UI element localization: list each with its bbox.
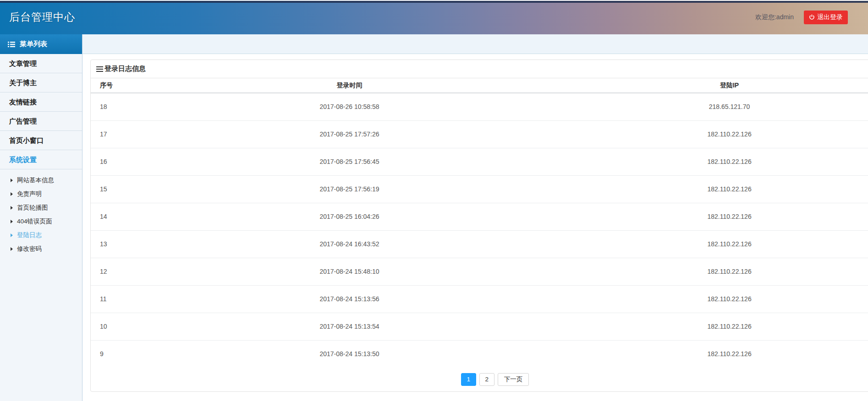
cell-ip: 182.110.22.126	[560, 148, 868, 175]
next-page-button[interactable]: 下一页	[498, 373, 529, 386]
table-row: 14 2017-08-25 16:04:26 182.110.22.126	[91, 203, 868, 230]
sidebar-submenu: 网站基本信息 免责声明 首页轮播图 404错误页面	[0, 169, 82, 256]
sidebar-item[interactable]: 关于博主	[0, 73, 82, 92]
sidebar-subitem-label: 网站基本信息	[17, 176, 54, 184]
sidebar-item[interactable]: 友情链接	[0, 92, 82, 112]
sidebar-item[interactable]: 首页小窗口	[0, 131, 82, 150]
logout-button[interactable]: 退出登录	[804, 11, 848, 24]
cell-ip: 182.110.22.126	[560, 285, 868, 313]
sidebar: 菜单列表 文章管理 关于博主 友情链接 广告管理	[0, 34, 82, 401]
table-row: 12 2017-08-24 15:48:10 182.110.22.126	[91, 258, 868, 285]
login-log-table: 序号 登录时间 登陆IP 18 2017-08-26 10:58:58 218.…	[91, 78, 868, 368]
table-row: 15 2017-08-25 17:56:19 182.110.22.126	[91, 175, 868, 203]
main-layout: 菜单列表 文章管理 关于博主 友情链接 广告管理	[0, 34, 868, 401]
sidebar-subitem[interactable]: 登陆日志	[0, 228, 82, 242]
sidebar-item-label: 友情链接	[9, 98, 37, 106]
cell-ip: 182.110.22.126	[560, 340, 868, 368]
table-row: 17 2017-08-25 17:57:26 182.110.22.126	[91, 120, 868, 148]
cell-time: 2017-08-25 17:57:26	[139, 120, 560, 148]
cell-time: 2017-08-24 15:13:54	[139, 313, 560, 340]
cell-ip: 182.110.22.126	[560, 313, 868, 340]
table-row: 16 2017-08-25 17:56:45 182.110.22.126	[91, 148, 868, 175]
list-icon	[8, 41, 15, 48]
panel-title: 登录日志信息	[104, 65, 146, 73]
app-header: 后台管理中心 欢迎您:admin 退出登录	[0, 0, 868, 34]
page-button[interactable]: 1	[461, 373, 476, 386]
page-title: 后台管理中心	[9, 10, 75, 24]
arrow-right-icon	[11, 247, 13, 251]
pagination: 1 2 下一页	[91, 368, 868, 391]
table-body: 18 2017-08-26 10:58:58 218.65.121.70 17 …	[91, 93, 868, 368]
hamburger-icon	[96, 66, 103, 72]
cell-time: 2017-08-25 16:04:26	[139, 203, 560, 230]
login-log-panel: 登录日志信息 序号 登录时间 登陆IP 18 2017-08-26 10:58	[90, 60, 868, 392]
sidebar-subitem-label: 登陆日志	[17, 231, 42, 239]
table-row: 11 2017-08-24 15:13:56 182.110.22.126	[91, 285, 868, 313]
cell-time: 2017-08-25 17:56:19	[139, 175, 560, 203]
cell-no: 14	[91, 203, 139, 230]
panel-header: 登录日志信息	[91, 60, 868, 78]
arrow-right-icon	[11, 220, 13, 223]
sidebar-subitem-label: 首页轮播图	[17, 204, 48, 212]
sidebar-item[interactable]: 广告管理	[0, 112, 82, 131]
cell-no: 10	[91, 313, 139, 340]
sidebar-subitem-label: 404错误页面	[17, 217, 52, 226]
cell-time: 2017-08-24 15:13:50	[139, 340, 560, 368]
cell-time: 2017-08-26 10:58:58	[139, 93, 560, 120]
sidebar-item-label: 首页小窗口	[9, 136, 44, 144]
content-area: 登录日志信息 序号 登录时间 登陆IP 18 2017-08-26 10:58	[82, 34, 868, 401]
cell-time: 2017-08-24 15:48:10	[139, 258, 560, 285]
cell-ip: 182.110.22.126	[560, 175, 868, 203]
cell-ip: 182.110.22.126	[560, 258, 868, 285]
sidebar-subitem-label: 修改密码	[17, 245, 42, 253]
cell-no: 11	[91, 285, 139, 313]
arrow-right-icon	[11, 192, 13, 196]
cell-no: 15	[91, 175, 139, 203]
cell-no: 18	[91, 93, 139, 120]
sidebar-item-label: 系统设置	[9, 156, 37, 163]
sidebar-item-label: 文章管理	[9, 60, 37, 67]
sidebar-subitem[interactable]: 404错误页面	[0, 215, 82, 228]
sidebar-item[interactable]: 系统设置	[0, 150, 82, 169]
table-row: 9 2017-08-24 15:13:50 182.110.22.126	[91, 340, 868, 368]
table-row: 10 2017-08-24 15:13:54 182.110.22.126	[91, 313, 868, 340]
arrow-right-icon	[11, 206, 13, 210]
cell-time: 2017-08-24 15:13:56	[139, 285, 560, 313]
sidebar-item-label: 关于博主	[9, 79, 37, 87]
cell-ip: 182.110.22.126	[560, 203, 868, 230]
arrow-right-icon	[11, 179, 13, 182]
cell-ip: 182.110.22.126	[560, 230, 868, 258]
power-icon	[809, 14, 815, 20]
column-header-no: 序号	[91, 78, 139, 93]
cell-ip: 218.65.121.70	[560, 93, 868, 120]
sidebar-subitem[interactable]: 首页轮播图	[0, 201, 82, 215]
menu-list-header: 菜单列表	[0, 34, 82, 54]
cell-time: 2017-08-25 17:56:45	[139, 148, 560, 175]
sidebar-item[interactable]: 文章管理	[0, 54, 82, 73]
sidebar-subitem-label: 免责声明	[17, 190, 42, 198]
content-top-strip	[82, 34, 868, 54]
cell-no: 12	[91, 258, 139, 285]
logout-label: 退出登录	[817, 13, 843, 22]
sidebar-subitem[interactable]: 网站基本信息	[0, 173, 82, 187]
table-header-row: 序号 登录时间 登陆IP	[91, 78, 868, 93]
sidebar-menu: 文章管理 关于博主 友情链接 广告管理 首页小窗口	[0, 54, 82, 169]
cell-no: 13	[91, 230, 139, 258]
sidebar-item-label: 广告管理	[9, 117, 37, 125]
column-header-ip: 登陆IP	[560, 78, 868, 93]
page-button[interactable]: 2	[479, 373, 494, 386]
cell-no: 9	[91, 340, 139, 368]
cell-time: 2017-08-24 16:43:52	[139, 230, 560, 258]
sidebar-subitem[interactable]: 修改密码	[0, 242, 82, 256]
menu-list-header-label: 菜单列表	[20, 40, 47, 49]
arrow-right-icon	[11, 233, 13, 237]
cell-no: 16	[91, 148, 139, 175]
table-row: 18 2017-08-26 10:58:58 218.65.121.70	[91, 93, 868, 120]
page-buttons: 1 2	[461, 373, 494, 386]
column-header-time: 登录时间	[139, 78, 560, 93]
table-row: 13 2017-08-24 16:43:52 182.110.22.126	[91, 230, 868, 258]
welcome-text: 欢迎您:admin	[755, 13, 794, 22]
header-right-group: 欢迎您:admin 退出登录	[755, 11, 848, 24]
sidebar-subitem[interactable]: 免责声明	[0, 187, 82, 201]
cell-no: 17	[91, 120, 139, 148]
